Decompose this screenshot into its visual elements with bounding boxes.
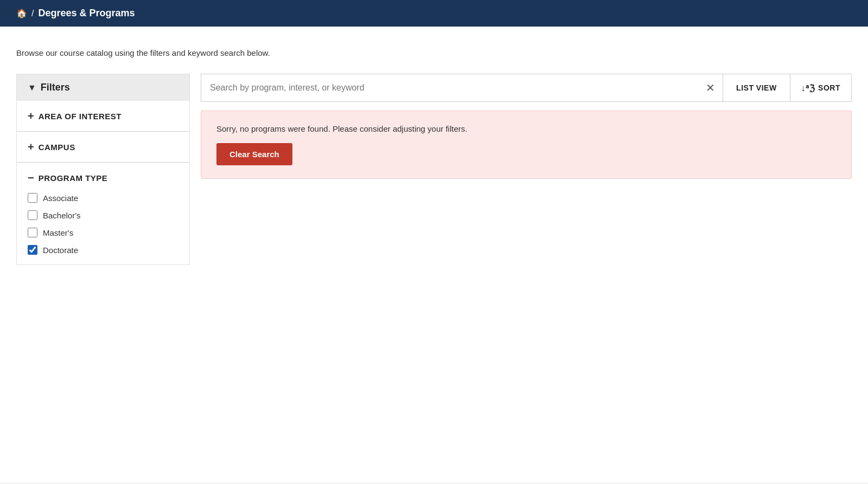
associate-label[interactable]: Associate	[43, 193, 78, 203]
bachelors-label[interactable]: Bachelor's	[43, 211, 81, 220]
doctorate-checkbox[interactable]	[28, 245, 37, 255]
search-row: ✕ LIST VIEW ↓ᵃℨ SORT	[201, 74, 852, 102]
search-input-wrapper: ✕	[201, 74, 723, 102]
campus-title: CAMPUS	[39, 143, 75, 152]
program-type-toggle: −	[28, 172, 34, 183]
filters-title: Filters	[41, 82, 70, 93]
area-of-interest-title: AREA OF INTEREST	[39, 112, 122, 121]
no-results-banner: Sorry, no programs were found. Please co…	[201, 111, 852, 179]
list-item: Master's	[28, 228, 178, 237]
search-input[interactable]	[201, 74, 723, 101]
program-type-header[interactable]: − PROGRAM TYPE	[28, 172, 178, 183]
search-clear-button[interactable]: ✕	[706, 82, 715, 93]
area-of-interest-toggle: +	[28, 111, 34, 121]
program-type-list: Associate Bachelor's Master's Doctorate	[28, 193, 178, 255]
breadcrumb-separator: /	[31, 9, 34, 18]
campus-header[interactable]: + CAMPUS	[28, 141, 178, 152]
masters-checkbox[interactable]	[28, 228, 37, 237]
bachelors-checkbox[interactable]	[28, 210, 37, 220]
campus-toggle: +	[28, 141, 34, 152]
clear-search-button[interactable]: Clear Search	[216, 143, 292, 165]
results-area: ✕ LIST VIEW ↓ᵃℨ SORT Sorry, no programs …	[201, 74, 852, 179]
masters-label[interactable]: Master's	[43, 228, 73, 237]
breadcrumb-bar: 🏠 / Degrees & Programs	[0, 0, 868, 27]
sort-label: SORT	[818, 83, 840, 92]
associate-checkbox[interactable]	[28, 193, 37, 203]
filters-header: ▼ Filters	[17, 74, 189, 101]
program-type-section: − PROGRAM TYPE Associate Bachelor's Mast…	[17, 163, 189, 264]
filter-icon: ▼	[28, 83, 36, 93]
doctorate-label[interactable]: Doctorate	[43, 246, 78, 255]
list-view-button[interactable]: LIST VIEW	[723, 74, 790, 102]
content-layout: ▼ Filters + AREA OF INTEREST + CAMPUS	[16, 74, 852, 265]
no-results-message: Sorry, no programs were found. Please co…	[216, 124, 836, 133]
intro-text: Browse our course catalog using the filt…	[16, 48, 852, 57]
list-item: Associate	[28, 193, 178, 203]
list-item: Bachelor's	[28, 210, 178, 220]
sort-icon: ↓ᵃℨ	[801, 83, 815, 93]
sidebar: ▼ Filters + AREA OF INTEREST + CAMPUS	[16, 74, 190, 265]
home-icon[interactable]: 🏠	[16, 8, 27, 18]
list-item: Doctorate	[28, 245, 178, 255]
breadcrumb-label: Degrees & Programs	[38, 8, 135, 19]
sort-button[interactable]: ↓ᵃℨ SORT	[790, 74, 852, 102]
area-of-interest-header[interactable]: + AREA OF INTEREST	[28, 111, 178, 121]
program-type-title: PROGRAM TYPE	[39, 173, 108, 183]
main-content: Browse our course catalog using the filt…	[0, 27, 868, 482]
campus-section: + CAMPUS	[17, 132, 189, 163]
area-of-interest-section: + AREA OF INTEREST	[17, 101, 189, 132]
